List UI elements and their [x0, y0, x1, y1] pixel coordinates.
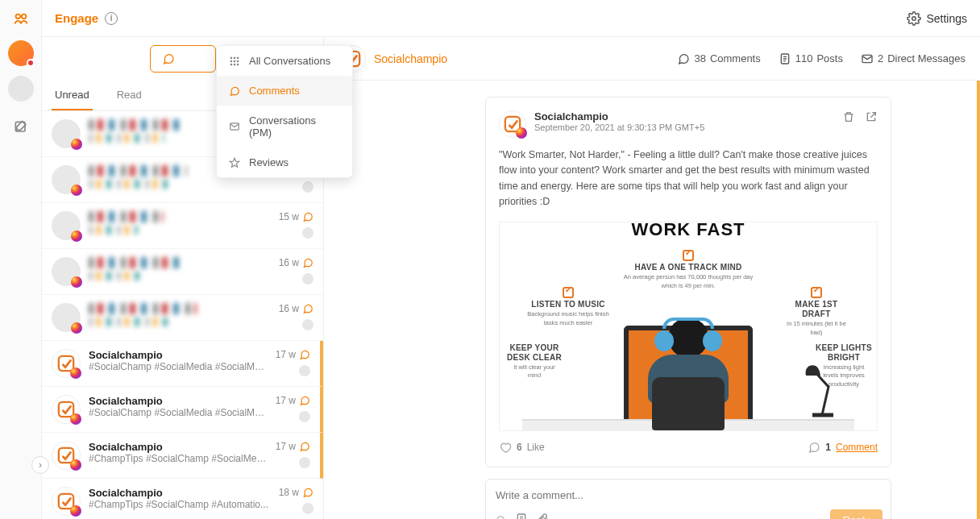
conversation-name: Socialchampio — [89, 349, 268, 361]
redacted-snippet — [89, 134, 164, 143]
dd-pm[interactable]: Conversations (PM) — [217, 106, 352, 147]
conversation-item[interactable]: 16 w — [42, 295, 323, 341]
comments-n: 1 — [825, 442, 831, 453]
tab-read[interactable]: Read — [114, 81, 145, 110]
emoji-icon[interactable]: ☺ — [494, 513, 507, 519]
stat-dm-l: Direct Messages — [887, 52, 965, 64]
ig-cap2-sub: Background music helps finish tasks much… — [527, 310, 608, 326]
redacted-snippet — [89, 318, 168, 326]
instagram-badge-icon — [71, 322, 82, 334]
stat-comments-l: Comments — [710, 52, 761, 64]
chat-icon — [228, 85, 241, 97]
workspace-avatar-2[interactable] — [8, 76, 34, 102]
heart-icon — [499, 441, 512, 454]
chat-icon — [302, 211, 314, 222]
stat-posts-n: 110 — [795, 52, 813, 64]
ig-cap3-title: MAKE 1ST DRAFT — [795, 300, 838, 318]
instagram-badge-icon — [70, 459, 81, 471]
document-icon[interactable] — [515, 513, 528, 519]
post-author[interactable]: Socialchampio — [534, 110, 704, 122]
chat-icon — [299, 395, 310, 406]
conversation-item[interactable]: Socialchampio#SocialChamp #SocialMedia #… — [42, 387, 323, 433]
reply-button[interactable]: Reply — [830, 509, 882, 520]
account-name[interactable]: Socialchampio — [374, 52, 447, 65]
chat-icon — [808, 441, 820, 454]
redacted-name — [89, 165, 187, 176]
redacted-snippet — [89, 180, 173, 189]
conversation-time: 16 w — [279, 257, 314, 268]
conversation-avatar — [52, 441, 81, 470]
conversation-time: 17 w — [276, 441, 310, 452]
redacted-name — [89, 211, 164, 222]
conversation-item[interactable]: 15 w — [42, 203, 323, 249]
ig-cap5-title: KEEP LIGHTS BRIGHT — [816, 343, 872, 362]
settings-link[interactable]: Settings — [907, 11, 967, 26]
instagram-badge-icon — [70, 505, 81, 517]
attachment-icon[interactable] — [536, 513, 549, 519]
svg-rect-11 — [230, 60, 232, 61]
comment-box: ☺ Reply — [485, 479, 891, 520]
stat-posts[interactable]: 110 Posts — [779, 52, 843, 65]
redacted-snippet — [89, 226, 138, 235]
check-icon — [563, 287, 574, 298]
post-body: "Work Smarter, Not Harder," - Feeling a … — [499, 147, 878, 210]
workspace-avatar-1[interactable] — [8, 40, 34, 66]
grid-icon — [228, 56, 241, 67]
dd-reviews[interactable]: Reviews — [217, 147, 352, 177]
chat-icon — [162, 52, 175, 65]
like-count[interactable]: 6 Like — [499, 441, 545, 454]
delete-post-icon[interactable] — [842, 110, 855, 123]
compose-icon[interactable] — [10, 116, 32, 139]
conversation-time: 15 w — [279, 211, 314, 222]
svg-rect-14 — [230, 63, 232, 64]
post-date: September 20, 2021 at 9:30:13 PM GMT+5 — [534, 122, 704, 132]
dd-all-conversations[interactable]: All Conversations — [217, 46, 352, 76]
stat-comments[interactable]: 38 Comments — [677, 52, 760, 65]
open-external-icon[interactable] — [865, 110, 878, 123]
filter-dropdown: All Conversations Comments Conversations… — [216, 45, 353, 178]
chat-icon — [302, 303, 314, 314]
conversation-item[interactable]: Socialchampio#SocialChamp #SocialMedia #… — [42, 341, 323, 387]
conversation-avatar — [52, 257, 81, 286]
dd-comments[interactable]: Comments — [217, 76, 352, 106]
stat-dm[interactable]: 2 Direct Messages — [861, 52, 965, 65]
conversation-avatar — [52, 395, 81, 424]
comment-input[interactable] — [494, 486, 882, 504]
conversation-item[interactable]: Socialchampio#ChampTips #SocialChamp #So… — [42, 433, 323, 479]
status-dot — [302, 273, 314, 284]
instagram-badge-icon — [71, 276, 82, 288]
instagram-badge-icon — [71, 139, 82, 150]
status-dot — [299, 365, 310, 376]
redacted-name — [89, 119, 184, 131]
conversation-time: 17 w — [276, 395, 310, 406]
doc-icon — [779, 52, 791, 65]
conversation-snippet: #ChampTips #SocialChamp #Automatio... — [89, 499, 271, 510]
svg-rect-16 — [237, 63, 239, 64]
conversation-avatar — [52, 165, 81, 194]
svg-rect-15 — [234, 63, 235, 64]
status-dot — [302, 227, 314, 239]
comments-l: Comment — [836, 442, 878, 453]
likes-l: Like — [527, 442, 545, 453]
conversation-item[interactable]: 16 w — [42, 249, 323, 295]
left-rail — [0, 0, 42, 519]
detail-body[interactable]: Socialchampio September 20, 2021 at 9:30… — [324, 81, 980, 519]
info-icon[interactable]: i — [105, 12, 118, 25]
conversation-name: Socialchampio — [89, 441, 268, 453]
chat-icon — [677, 52, 690, 65]
gear-icon — [907, 11, 921, 26]
conversation-snippet: #SocialChamp #SocialMedia #SocialMe... — [89, 407, 268, 418]
conversation-item[interactable]: Socialchampio#ChampTips #SocialChamp #Au… — [42, 479, 323, 519]
svg-rect-13 — [237, 60, 239, 61]
svg-point-1 — [21, 15, 25, 19]
status-dot — [302, 503, 314, 514]
dd-pm-label: Conversations (PM) — [249, 114, 341, 139]
tab-unread[interactable]: Unread — [52, 81, 93, 110]
engage-nav-icon[interactable] — [10, 8, 32, 31]
conversation-avatar — [52, 119, 81, 148]
instagram-badge-icon — [70, 367, 81, 379]
conversation-snippet: #SocialChamp #SocialMedia #SocialMar... — [89, 361, 268, 372]
dd-comments-label: Comments — [249, 85, 300, 97]
filter-dropdown-trigger[interactable] — [150, 45, 216, 73]
comment-count[interactable]: 1 Comment — [808, 441, 878, 454]
